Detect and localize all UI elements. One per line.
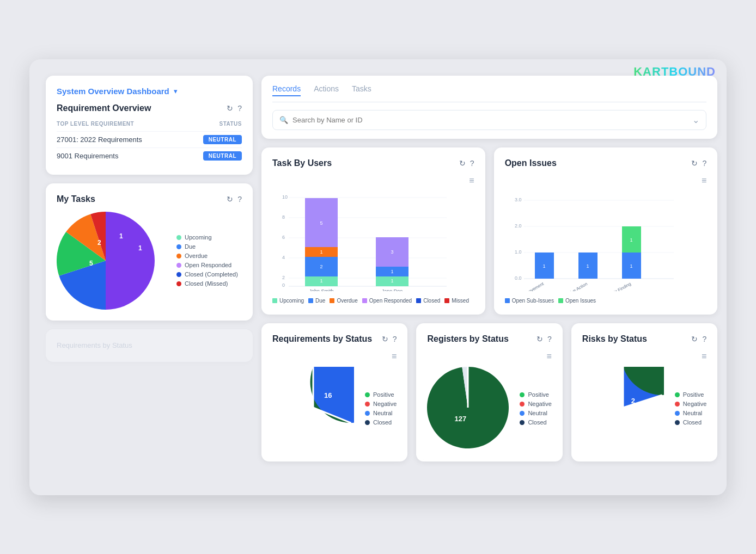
req-col2-header: STATUS	[219, 121, 242, 127]
req-row-0-name: 27001: 2022 Requirements	[57, 136, 142, 144]
tabs-row: Records Actions Tasks	[272, 84, 706, 102]
svg-text:4: 4	[282, 255, 285, 260]
risk-legend-dot-negative	[675, 402, 680, 407]
legend-item-closed-completed: Closed (Completed)	[176, 271, 238, 278]
req-row-1-name: 9001 Requirements	[57, 152, 118, 160]
req-status-chart-container: 35 16 Positive Negative	[272, 367, 397, 451]
legend-label-due: Due	[185, 243, 196, 250]
requirements-by-status-card: Requirements by Status ↻ ? ≡	[261, 323, 407, 461]
legend-item-upcoming: Upcoming	[176, 234, 238, 241]
legend-box-open-issues	[558, 298, 563, 303]
tab-tasks[interactable]: Tasks	[352, 84, 371, 96]
risk-status-menu[interactable]: ≡	[702, 352, 706, 361]
legend-open-issues: Open Issues	[558, 298, 596, 304]
dashboard-title[interactable]: System Overview Dashboard	[57, 87, 169, 96]
risk-status-help[interactable]: ?	[702, 335, 706, 343]
legend-label-upcoming2: Upcoming	[279, 298, 304, 304]
legend-item-due: Due	[176, 243, 238, 250]
reg-legend-label-closed: Closed	[528, 419, 546, 426]
legend-label-closed-missed: Closed (Missed)	[185, 280, 228, 287]
issues-menu-icon[interactable]: ≡	[702, 176, 706, 185]
af-label: Audit Finding	[607, 281, 632, 291]
tasks-refresh-icon[interactable]: ↻	[227, 195, 233, 204]
legend-upcoming: Upcoming	[272, 298, 304, 304]
reg-status-help[interactable]: ?	[547, 335, 552, 343]
task-users-menu-icon[interactable]: ≡	[469, 176, 474, 185]
my-tasks-header: My Tasks ↻ ?	[57, 194, 242, 204]
issues-help-icon[interactable]: ?	[702, 159, 706, 168]
tab-records[interactable]: Records	[272, 84, 301, 96]
req-status-actions: ↻ ?	[382, 335, 397, 343]
chevron-down-icon[interactable]: ⌄	[692, 115, 699, 125]
svg-text:1.0: 1.0	[515, 249, 522, 255]
risk-status-chart-container: 5 2 Positive Negative	[582, 367, 706, 451]
risk-status-refresh[interactable]: ↻	[691, 335, 698, 343]
req-legend-label-positive: Positive	[373, 391, 394, 398]
open-issues-header: Open Issues ↻ ?	[505, 158, 707, 168]
reg-legend-positive: Positive	[520, 391, 551, 398]
req-table: TOP LEVEL REQUIREMENT STATUS 27001: 2022…	[57, 121, 242, 164]
ca-label: Corrective Action	[557, 281, 588, 291]
task-users-help-icon[interactable]: ?	[470, 159, 474, 168]
svg-text:6: 6	[282, 235, 285, 240]
svg-text:0: 0	[282, 282, 285, 288]
reg-legend-dot-negative	[520, 402, 525, 407]
risk-legend-label-positive: Positive	[683, 391, 704, 398]
req-status-title: Requirements by Status	[272, 334, 372, 344]
req-status-refresh[interactable]: ↻	[382, 335, 388, 343]
req-legend-dot-negative	[365, 402, 370, 407]
req-refresh-icon[interactable]: ↻	[227, 104, 233, 113]
req-overview-actions: ↻ ?	[227, 104, 242, 113]
legend-box-open-responded	[362, 298, 367, 303]
req-col1-header: TOP LEVEL REQUIREMENT	[57, 121, 134, 127]
svg-text:2: 2	[282, 275, 285, 280]
records-panel: Records Actions Tasks 🔍 ⌄	[261, 76, 717, 139]
search-input[interactable]	[292, 116, 688, 124]
req-legend-label-neutral: Neutral	[373, 410, 392, 416]
tab-actions[interactable]: Actions	[314, 84, 339, 96]
my-tasks-actions: ↻ ?	[227, 195, 242, 204]
legend-dot-closed-missed	[176, 281, 181, 286]
reg-status-refresh[interactable]: ↻	[536, 335, 543, 343]
req-legend-dot-closed	[365, 420, 370, 425]
req-legend-positive: Positive	[365, 391, 397, 398]
legend-open-responded: Open Responded	[362, 298, 412, 304]
risks-by-status-card: Risks by Status ↻ ? ≡	[571, 323, 717, 461]
task-users-refresh-icon[interactable]: ↻	[459, 159, 466, 168]
legend-item-open-responded: Open Responded	[176, 262, 238, 268]
reg-status-title: Registers by Status	[427, 334, 508, 344]
legend-dot-overdue	[176, 254, 181, 258]
reg-status-menu[interactable]: ≡	[547, 352, 552, 361]
tasks-help-icon[interactable]: ?	[237, 195, 242, 204]
req-help-icon[interactable]: ?	[237, 104, 242, 113]
search-icon: 🔍	[279, 116, 288, 124]
risk-legend-label-negative: Negative	[683, 401, 706, 407]
issues-refresh-icon[interactable]: ↻	[691, 159, 698, 168]
pie-label-1a: 1	[119, 232, 123, 240]
legend-item-closed-missed: Closed (Missed)	[176, 280, 238, 287]
req-status-menu[interactable]: ≡	[392, 352, 397, 361]
legend-open-sub: Open Sub-Issues	[505, 298, 554, 304]
risk-status-header: Risks by Status ↻ ?	[582, 334, 706, 344]
ofi-label: Opportunity For Improvement	[505, 281, 545, 291]
open-issues-card: Open Issues ↻ ? ≡ 3.0 2.0 1.0	[494, 147, 718, 315]
dashboard-dropdown-icon[interactable]: ▾	[174, 87, 178, 95]
svg-text:2.0: 2.0	[515, 223, 522, 229]
req-legend-dot-neutral	[365, 411, 370, 416]
svg-text:0.0: 0.0	[515, 275, 522, 281]
open-issues-actions: ↻ ?	[691, 159, 706, 168]
task-by-users-chart: 10 8 6 4 2 0	[272, 188, 474, 291]
legend-closed: Closed	[416, 298, 440, 304]
reg-status-actions: ↻ ?	[536, 335, 552, 343]
legend-box-overdue	[330, 298, 334, 303]
risk-status-pie-wrapper: 5 2	[582, 367, 664, 451]
john-purple-label: 5	[320, 220, 322, 226]
legend-label-overdue2: Overdue	[337, 298, 357, 304]
pie-labels: 5 2 1 1	[68, 212, 166, 310]
legend-dot-due	[176, 244, 181, 249]
blurred-card-bottom-left: Requirements by Status	[46, 329, 253, 362]
registers-by-status-card: Registers by Status ↻ ? ≡	[416, 323, 562, 461]
req-status-help[interactable]: ?	[393, 335, 397, 343]
john-green-label: 1	[320, 278, 322, 284]
ofi-blue-label: 1	[542, 263, 545, 269]
